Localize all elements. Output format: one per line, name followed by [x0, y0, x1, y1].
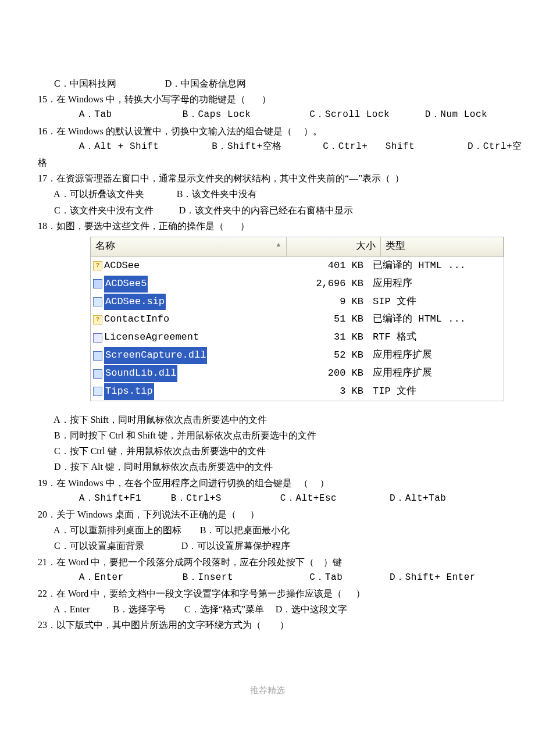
q21: 21．在 Word 中，要把一个段落分成两个段落时，应在分段处按下（ ）键: [38, 554, 488, 570]
file-icon: [93, 387, 102, 396]
q19: 19．在 Windows 中，在各个应用程序之间进行切换的组合键是 （ ）: [38, 475, 488, 491]
q18-option-b: B．同时按下 Ctrl 和 Shift 键，并用鼠标依次点击所要选中的文件: [38, 427, 488, 443]
file-size: 200 KB: [279, 365, 368, 382]
file-size: 9 KB: [279, 294, 368, 311]
q15-options: A．Tab B．Caps Lock C．Scroll Lock D．Num Lo…: [38, 107, 488, 123]
sort-arrow-icon: ▲: [276, 240, 280, 251]
file-size: 3 KB: [279, 383, 368, 400]
file-icon: ?: [93, 261, 102, 270]
document-page: C．中国科技网 D．中国金桥信息网 15．在 Windows 中，转换大小写字母…: [0, 0, 535, 756]
file-size: 51 KB: [279, 311, 368, 328]
file-row[interactable]: ScreenCapture.dll52 KB应用程序扩展: [91, 347, 504, 365]
file-size: 52 KB: [279, 347, 368, 364]
file-icon: [93, 297, 102, 306]
file-size: 401 KB: [279, 258, 368, 274]
footer-label: 推荐精选: [0, 683, 535, 698]
file-type: 应用程序扩展: [368, 365, 504, 382]
q22-options: A．Enter B．选择字号 C．选择“格式”菜单 D．选中这段文字: [38, 601, 488, 617]
q21-options: A．Enter B．Insert C．Tab D．Shift+ Enter: [38, 570, 488, 586]
file-type: 已编译的 HTML ...: [368, 258, 504, 274]
file-row[interactable]: LicenseAgreement31 KBRTF 格式: [91, 329, 504, 347]
file-row[interactable]: Tips.tip3 KBTIP 文件: [91, 383, 504, 401]
file-type: 已编译的 HTML ...: [368, 311, 504, 328]
file-list: 名称 ▲ 大小 类型 ?ACDSee401 KB已编译的 HTML ...ACD…: [90, 237, 504, 401]
file-icon: [93, 369, 102, 379]
q18-option-d: D．按下 Alt 键，同时用鼠标依次点击所要选中的文件: [38, 459, 488, 475]
file-icon: [93, 333, 102, 343]
q18-option-c: C．按下 Ctrl 键，并用鼠标依次点击所要选中的文件: [38, 443, 488, 459]
q23: 23．以下版式中，其中图片所选用的文字环绕方式为（ ）: [38, 617, 488, 633]
q16-options-cont: 格: [38, 155, 488, 170]
q19-options: A．Shift+F1 B．Ctrl+S C．Alt+Esc D．Alt+Tab: [38, 491, 488, 507]
file-type: TIP 文件: [368, 383, 504, 400]
col-size[interactable]: 大小: [287, 237, 381, 256]
file-size: 31 KB: [279, 329, 368, 346]
file-row[interactable]: SoundLib.dll200 KB应用程序扩展: [91, 365, 504, 383]
file-icon: [93, 351, 102, 361]
file-row[interactable]: ACDSee52,696 KB应用程序: [91, 275, 504, 293]
q16: 16．在 Windows 的默认设置中，切换中文输入法的组合键是（ ）。: [38, 123, 488, 139]
q22: 22．在 Word 中，要给文档中一段文字设置字体和字号第一步操作应该是（ ）: [38, 586, 488, 601]
file-row[interactable]: ACDSee.sip9 KBSIP 文件: [91, 293, 504, 311]
q16-options: A．Alt + Shift B．Shift+空格 C．Ctrl+ Shift D…: [38, 139, 488, 155]
file-list-body: ?ACDSee401 KB已编译的 HTML ...ACDSee52,696 K…: [91, 257, 504, 401]
file-type: 应用程序: [368, 276, 504, 293]
file-list-header: 名称 ▲ 大小 类型: [91, 237, 504, 257]
file-type: SIP 文件: [368, 294, 504, 311]
q15: 15．在 Windows 中，转换大小写字母的功能键是（ ）: [38, 91, 488, 107]
file-icon: ?: [93, 315, 102, 324]
file-type: RTF 格式: [368, 329, 504, 346]
q20: 20．关于 Windows 桌面，下列说法不正确的是（ ）: [38, 507, 488, 522]
file-name: ACDSee5: [104, 276, 148, 293]
q18-option-a: A．按下 Shift，同时用鼠标依次点击所要选中的文件: [38, 412, 488, 427]
file-name: LicenseAgreement: [104, 329, 199, 346]
col-type[interactable]: 类型: [381, 237, 504, 256]
q14-options-cd: C．中国科技网 D．中国金桥信息网: [38, 76, 488, 91]
q18: 18．如图，要选中这些文件，正确的操作是（ ）: [38, 218, 488, 234]
q20-options-cd: C．可以设置桌面背景 D．可以设置屏幕保护程序: [38, 538, 488, 554]
q17-options-cd: C．该文件夹中没有文件 D．该文件夹中的内容已经在右窗格中显示: [38, 202, 488, 218]
file-row[interactable]: ?ContactInfo51 KB已编译的 HTML ...: [91, 311, 504, 329]
file-type: 应用程序扩展: [368, 347, 504, 364]
col-name-label: 名称: [95, 241, 115, 252]
file-name: Tips.tip: [104, 383, 154, 400]
file-name: ScreenCapture.dll: [104, 347, 207, 364]
file-row[interactable]: ?ACDSee401 KB已编译的 HTML ...: [91, 257, 504, 275]
file-size: 2,696 KB: [279, 276, 368, 293]
file-name: ACDSee.sip: [104, 294, 166, 311]
q17: 17．在资源管理器左窗口中，通常显示文件夹的树状结构，其中文件夹前的“—”表示（…: [38, 170, 488, 186]
q20-options-ab: A．可以重新排列桌面上的图标 B．可以把桌面最小化: [38, 522, 488, 538]
col-name[interactable]: 名称 ▲: [91, 237, 287, 256]
file-name: ContactInfo: [104, 311, 169, 328]
q17-options-ab: A．可以折叠该文件夹 B．该文件夹中没有: [38, 186, 488, 202]
file-icon: [93, 279, 102, 288]
file-name: ACDSee: [104, 258, 140, 274]
file-name: SoundLib.dll: [104, 365, 177, 382]
